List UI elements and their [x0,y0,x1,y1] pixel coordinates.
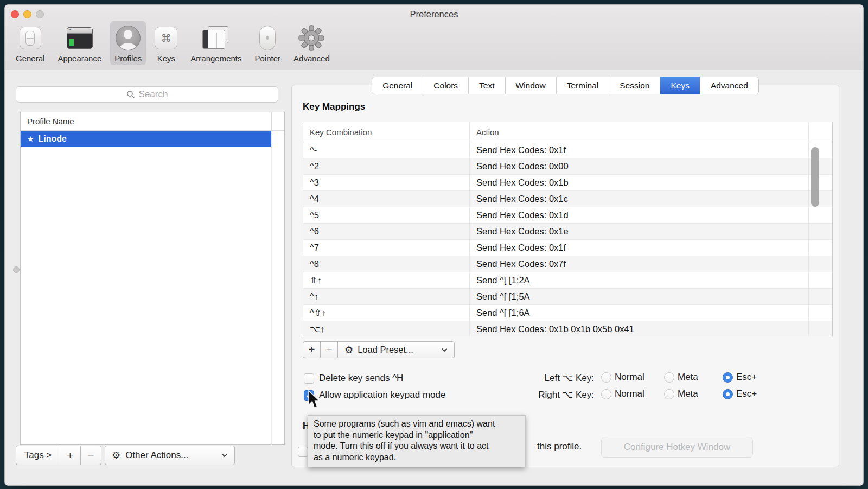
table-row[interactable]: ^7 Send Hex Codes: 0x1f [303,240,832,256]
toolbar-item-keys[interactable]: ⌘ Keys [150,21,182,65]
tab-text[interactable]: Text [469,77,505,94]
remove-profile-button[interactable]: − [80,446,101,465]
tab-general[interactable]: General [372,77,423,94]
action-cell: Send Hex Codes: 0x1c [469,194,568,204]
keypad-mode-tooltip: Some programs (such as vim and emacs) wa… [308,415,526,467]
action-cell: Send ^[ [1;2A [469,275,530,285]
table-row[interactable]: ^6 Send Hex Codes: 0x1e [303,224,832,240]
chevron-down-icon [441,348,448,352]
window-chrome: Preferences General × Appearance [5,5,863,71]
table-header: Key Combination Action [303,122,832,142]
profile-list-footer: Tags > + − ⚙ Other Actions... [16,446,235,465]
key-mappings-toolbar: + − ⚙ Load Preset... [303,341,455,358]
right-option-normal-radio[interactable] [601,389,611,399]
key-combination-cell: ^6 [303,226,469,237]
toolbar-item-pointer[interactable]: Pointer [251,21,285,65]
table-row[interactable]: ⌥↑ Send Hex Codes: 0x1b 0x1b 0x5b 0x41 [303,321,832,336]
action-cell: Send Hex Codes: 0x1f [469,243,566,253]
tab-session[interactable]: Session [609,77,660,94]
search-input[interactable]: Search [16,86,278,103]
profile-row-linode[interactable]: ★ Linode [21,131,271,147]
table-row[interactable]: ^5 Send Hex Codes: 0x1d [303,207,832,224]
table-row[interactable]: ^2 Send Hex Codes: 0x00 [303,158,832,175]
table-body: ^- Send Hex Codes: 0x1f ^2 Send Hex Code… [303,142,832,336]
window-title: Preferences [5,9,863,20]
action-cell: Send ^[ [1;5A [469,291,530,302]
gear-icon: ⚙ [344,345,353,355]
add-profile-button[interactable]: + [60,446,81,465]
pane-splitter-handle[interactable] [13,266,20,273]
key-combination-cell: ^8 [303,259,469,269]
toolbar-item-advanced[interactable]: Advanced [289,21,334,65]
profile-name: Linode [39,134,67,144]
toolbar-item-general[interactable]: General [11,21,49,65]
right-option-esc-radio[interactable] [723,389,733,399]
profiles-icon [116,24,141,52]
pointer-icon [259,24,276,52]
tab-terminal[interactable]: Terminal [557,77,610,94]
gear-icon [298,24,324,52]
key-mappings-table: Key Combination Action ^- Send Hex Codes… [303,122,833,336]
action-cell: Send Hex Codes: 0x1f [469,145,566,155]
desktop: Preferences General × Appearance [0,0,868,489]
right-option-meta-radio[interactable] [664,389,674,399]
key-combination-cell: ^- [303,145,469,155]
tab-advanced[interactable]: Advanced [700,77,758,94]
table-row[interactable]: ⇧↑ Send ^[ [1;2A [303,272,832,289]
key-combination-cell: ^⇧↑ [303,308,469,318]
key-combination-cell: ^↑ [303,291,469,302]
mouse-cursor [307,390,321,412]
action-cell: Send ^[ [1;6A [469,308,530,318]
main-content: Search Profile Name ★ Linode Tags > [5,70,863,485]
toolbar-item-profiles[interactable]: Profiles [110,21,146,65]
table-row[interactable]: ^3 Send Hex Codes: 0x1b [303,175,832,191]
column-divider [271,131,272,446]
other-actions-dropdown[interactable]: ⚙ Other Actions... [105,446,235,465]
action-cell: Send Hex Codes: 0x7f [469,259,566,269]
action-cell: Send Hex Codes: 0x1e [469,226,569,237]
chevron-down-icon [221,453,228,458]
profile-tab-bar: General Colors Text Window Terminal Sess… [291,77,839,94]
keys-icon: ⌘ [155,24,177,52]
tab-colors[interactable]: Colors [423,77,469,94]
general-icon [20,24,41,52]
left-option-normal-radio[interactable] [601,372,611,383]
key-combination-cell: ^3 [303,177,469,188]
key-combination-cell: ^2 [303,161,469,172]
arrangements-icon [202,24,229,52]
tab-window[interactable]: Window [506,77,557,94]
remove-mapping-button[interactable]: − [320,341,338,358]
left-option-meta-radio[interactable] [664,372,674,383]
preferences-window: Preferences General × Appearance [4,4,864,486]
load-preset-dropdown[interactable]: ⚙ Load Preset... [337,341,455,358]
table-row[interactable]: ^- Send Hex Codes: 0x1f [303,142,832,158]
table-row[interactable]: ^8 Send Hex Codes: 0x7f [303,256,832,272]
key-combination-cell: ⇧↑ [303,275,469,285]
hotkey-text-clipped: this profile. [537,441,582,452]
profile-list-header[interactable]: Profile Name [21,112,284,131]
action-cell: Send Hex Codes: 0x1d [469,210,569,220]
key-mappings-title: Key Mappings [303,101,365,112]
action-cell: Send Hex Codes: 0x1b 0x1b 0x5b 0x41 [469,324,634,334]
search-icon [126,90,135,99]
key-combination-cell: ^7 [303,243,469,253]
gear-icon: ⚙ [112,450,120,460]
key-combination-cell: ⌥↑ [303,324,469,334]
preferences-toolbar: General × Appearance Profiles ⌘ [11,21,334,65]
key-combination-cell: ^4 [303,194,469,204]
configure-hotkey-window-button[interactable]: Configure Hotkey Window [601,437,753,458]
tab-keys[interactable]: Keys [660,77,700,94]
tags-button[interactable]: Tags > [16,446,60,465]
action-cell: Send Hex Codes: 0x00 [469,161,569,172]
table-row[interactable]: ^4 Send Hex Codes: 0x1c [303,191,832,207]
hotkey-checkbox-row [298,446,308,458]
table-scrollbar[interactable] [811,147,819,207]
hotkey-checkbox[interactable] [298,447,308,457]
default-profile-star-icon: ★ [27,135,34,143]
add-mapping-button[interactable]: + [303,341,321,358]
toolbar-item-arrangements[interactable]: Arrangements [186,21,246,65]
left-option-esc-radio[interactable] [723,372,733,383]
toolbar-item-appearance[interactable]: × Appearance [53,21,106,65]
table-row[interactable]: ^⇧↑ Send ^[ [1;6A [303,305,832,321]
table-row[interactable]: ^↑ Send ^[ [1;5A [303,289,832,305]
